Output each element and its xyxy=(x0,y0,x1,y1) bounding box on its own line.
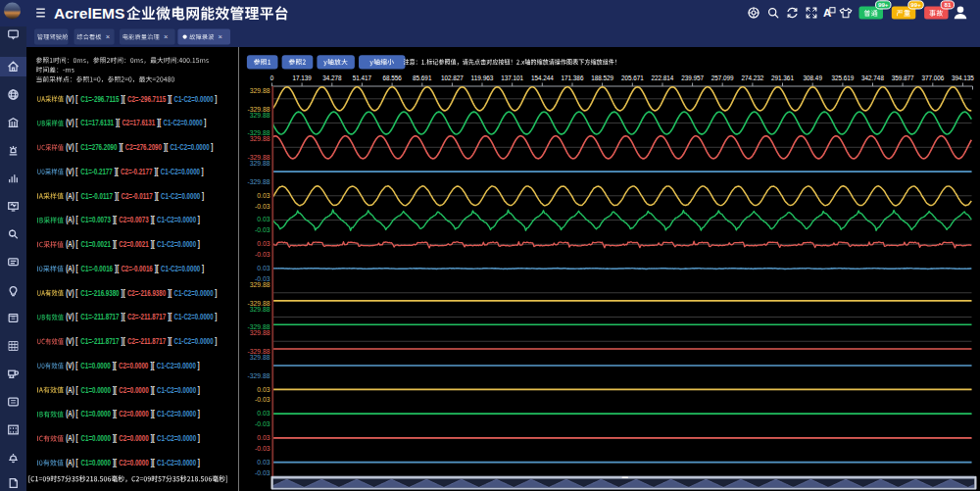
svg-text:99+: 99+ xyxy=(878,1,889,8)
svg-text:]: ] xyxy=(198,458,200,467)
svg-text:205.671: 205.671 xyxy=(621,74,644,82)
svg-text:329.88: 329.88 xyxy=(250,112,270,119)
svg-text:(A) [: (A) [ xyxy=(66,385,77,395)
svg-text:]: ] xyxy=(204,118,206,127)
svg-text:][: ][ xyxy=(113,409,117,418)
svg-text:C1-C2=0.0000: C1-C2=0.0000 xyxy=(174,336,214,346)
svg-text:85.691: 85.691 xyxy=(413,74,431,82)
svg-text:C1-C2=0.0000: C1-C2=0.0000 xyxy=(174,312,214,321)
svg-text:][: ][ xyxy=(113,239,117,249)
svg-text:-329.88: -329.88 xyxy=(247,372,270,379)
svg-text:][: ][ xyxy=(151,215,155,224)
svg-text:C1=-216.9380: C1=-216.9380 xyxy=(80,288,119,298)
svg-text:(A) [: (A) [ xyxy=(66,458,77,467)
svg-text:171.386: 171.386 xyxy=(562,74,584,82)
svg-text:329.88: 329.88 xyxy=(250,135,270,142)
svg-text:C1=276.2090: C1=276.2090 xyxy=(80,142,117,152)
svg-text:359.877: 359.877 xyxy=(892,74,914,82)
svg-text:]: ] xyxy=(215,336,217,346)
svg-text:C1=0.0000: C1=0.0000 xyxy=(81,385,112,395)
svg-text:137.101: 137.101 xyxy=(501,74,523,82)
svg-text:C1=-211.8717: C1=-211.8717 xyxy=(80,336,119,346)
svg-text:][: ][ xyxy=(120,142,123,152)
svg-text:][: ][ xyxy=(113,433,117,443)
svg-text:][: ][ xyxy=(151,409,155,418)
svg-text:C2=0.0000: C2=0.0000 xyxy=(119,433,149,443)
svg-text:329.88: 329.88 xyxy=(250,329,270,336)
svg-text:0.03: 0.03 xyxy=(257,386,270,393)
svg-text:][: ][ xyxy=(113,361,117,370)
svg-text:342.748: 342.748 xyxy=(861,74,884,82)
svg-text:C1=-0.2177: C1=-0.2177 xyxy=(80,167,113,176)
svg-text:-0.03: -0.03 xyxy=(255,203,270,210)
svg-text:99+: 99+ xyxy=(910,1,921,8)
svg-text:][: ][ xyxy=(122,336,125,346)
svg-text:C2=-0.0016: C2=-0.0016 xyxy=(121,264,153,273)
svg-text:][: ][ xyxy=(122,312,125,321)
svg-text:][: ][ xyxy=(151,458,155,467)
svg-text:C1-C2=0.0000: C1-C2=0.0000 xyxy=(161,167,200,176)
svg-text:C2=0.0000: C2=0.0000 xyxy=(119,385,149,395)
svg-text:0.03: 0.03 xyxy=(257,434,270,441)
svg-text:C1=-0.0117: C1=-0.0117 xyxy=(81,191,114,201)
svg-text:]: ] xyxy=(202,264,204,273)
svg-text:]: ] xyxy=(211,142,213,152)
svg-text:C2=-211.8717: C2=-211.8717 xyxy=(127,336,166,346)
svg-text:-329.88: -329.88 xyxy=(247,178,270,185)
svg-text:(V) [: (V) [ xyxy=(66,94,77,104)
svg-text:][: ][ xyxy=(113,458,117,467)
svg-text:][: ][ xyxy=(157,118,161,127)
svg-text:C1=0.0000: C1=0.0000 xyxy=(81,458,112,467)
svg-text:(V) [: (V) [ xyxy=(66,288,77,298)
svg-text:C1-C2=0.0000: C1-C2=0.0000 xyxy=(161,191,200,201)
svg-text:(A) [: (A) [ xyxy=(66,264,77,273)
svg-text:][: ][ xyxy=(168,336,172,346)
svg-text:(A) [: (A) [ xyxy=(66,215,77,224)
svg-text:C1-C2=0.0000: C1-C2=0.0000 xyxy=(174,288,214,298)
svg-text:][: ][ xyxy=(164,142,168,152)
svg-text:-0.03: -0.03 xyxy=(255,396,270,403)
svg-text:][: ][ xyxy=(155,264,159,273)
svg-text:C1=-211.8717: C1=-211.8717 xyxy=(80,312,119,321)
svg-text:0.03: 0.03 xyxy=(257,240,270,247)
svg-text:329.88: 329.88 xyxy=(250,87,270,94)
svg-text:×: × xyxy=(164,32,168,41)
svg-text:0.03: 0.03 xyxy=(257,459,270,466)
svg-text:-0.03: -0.03 xyxy=(255,445,270,452)
svg-text:][: ][ xyxy=(113,385,117,395)
svg-text:102.827: 102.827 xyxy=(441,74,464,82)
svg-text:329.88: 329.88 xyxy=(250,281,270,288)
svg-text:81: 81 xyxy=(944,1,951,8)
svg-text:34.278: 34.278 xyxy=(322,74,341,82)
svg-text:329.88: 329.88 xyxy=(250,160,270,167)
svg-text:188.529: 188.529 xyxy=(591,74,613,82)
svg-text:][: ][ xyxy=(116,118,120,127)
svg-text:C1-C2=0.0000: C1-C2=0.0000 xyxy=(157,239,196,249)
svg-text:308.49: 308.49 xyxy=(804,74,822,82)
svg-text:][: ][ xyxy=(122,94,125,104)
svg-text:C2=-0.2177: C2=-0.2177 xyxy=(121,167,153,176)
svg-text:0.03: 0.03 xyxy=(257,265,270,271)
svg-text:][: ][ xyxy=(115,264,119,273)
svg-text:C2=-0.0117: C2=-0.0117 xyxy=(121,191,153,201)
svg-text:C1=0.0000: C1=0.0000 xyxy=(80,361,111,370)
svg-text:C1=0.0021: C1=0.0021 xyxy=(81,239,112,249)
svg-text:(A) [: (A) [ xyxy=(66,433,77,443)
svg-text:C1-C2=0.0000: C1-C2=0.0000 xyxy=(161,264,200,273)
svg-text:(V) [: (V) [ xyxy=(66,336,77,346)
svg-text:]: ] xyxy=(202,191,204,201)
svg-text:C1-C2=0.0000: C1-C2=0.0000 xyxy=(157,361,196,370)
svg-text:(V) [: (V) [ xyxy=(66,167,77,176)
svg-text:377.006: 377.006 xyxy=(921,74,944,82)
svg-text:C1-C2=0.0000: C1-C2=0.0000 xyxy=(157,215,196,224)
svg-text:(A) [: (A) [ xyxy=(66,239,77,249)
svg-text:C2=276.2090: C2=276.2090 xyxy=(125,142,162,152)
svg-text:-0.03: -0.03 xyxy=(255,251,270,258)
svg-text:C2=0.0000: C2=0.0000 xyxy=(119,409,149,418)
svg-text:C1-C2=0.0000: C1-C2=0.0000 xyxy=(157,433,196,443)
svg-text:154.244: 154.244 xyxy=(531,74,554,82)
svg-text:C2=-296.7115: C2=-296.7115 xyxy=(127,94,166,104)
svg-text:][: ][ xyxy=(155,191,159,201)
svg-text:C1-C2=0.0000: C1-C2=0.0000 xyxy=(157,385,196,395)
svg-text:(V) [: (V) [ xyxy=(66,118,77,127)
